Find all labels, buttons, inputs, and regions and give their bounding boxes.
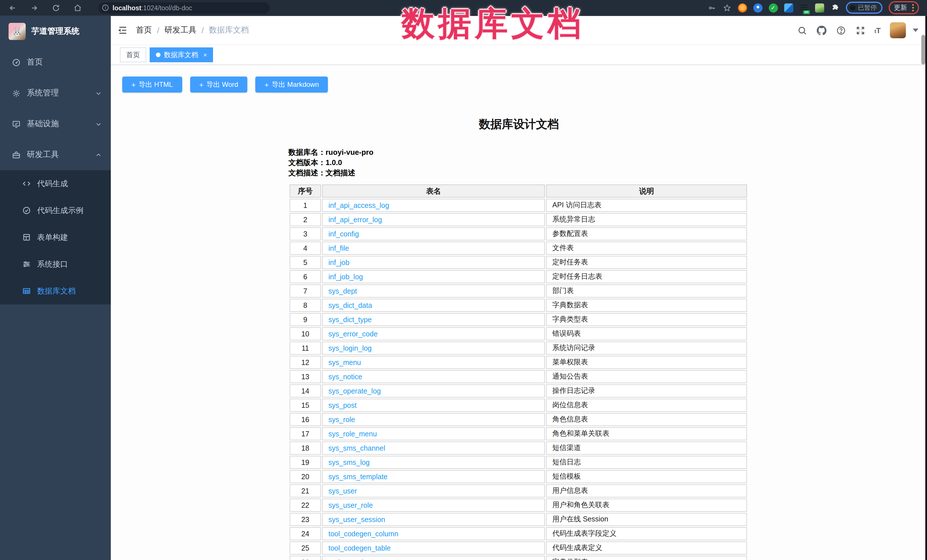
user-avatar[interactable] bbox=[890, 22, 906, 38]
table-name-link[interactable]: sys_user_session bbox=[328, 516, 385, 524]
extension-icon-switch[interactable]: on bbox=[799, 3, 808, 12]
sidebar-logo-row[interactable]: 🐰 芋道管理系统 bbox=[0, 16, 111, 47]
table-name-link[interactable]: sys_sms_channel bbox=[328, 444, 385, 452]
table-row: 9sys_dict_type字典类型表 bbox=[290, 313, 747, 326]
table-name-link[interactable]: sys_notice bbox=[328, 373, 362, 381]
table-name-link[interactable]: sys_error_code bbox=[328, 330, 378, 338]
browser-forward-icon[interactable] bbox=[30, 3, 39, 12]
bookmark-star-icon[interactable] bbox=[722, 3, 731, 12]
site-info-icon[interactable]: i bbox=[102, 5, 108, 11]
extensions-puzzle-icon[interactable] bbox=[830, 3, 839, 12]
table-name-link[interactable]: sys_role bbox=[328, 416, 355, 423]
export-word-button[interactable]: + 导出 Word bbox=[190, 76, 247, 93]
extension-icon-pin[interactable] bbox=[753, 3, 762, 12]
table-name-link[interactable]: inf_config bbox=[328, 230, 359, 238]
sidebar-item-label: 数据库文档 bbox=[37, 286, 76, 296]
document-title: 数据库设计文档 bbox=[111, 117, 927, 132]
font-size-icon[interactable]: tT bbox=[874, 26, 881, 35]
annotation-watermark: 数据库文档 bbox=[401, 2, 584, 46]
table-row: 3inf_config参数配置表 bbox=[290, 227, 747, 240]
row-index-cell: 19 bbox=[290, 456, 321, 469]
menu-fold-icon[interactable] bbox=[118, 25, 128, 35]
table-name-link[interactable]: sys_sms_log bbox=[328, 458, 370, 466]
extension-icon-check[interactable]: ✓ bbox=[769, 3, 778, 12]
chrome-toolbar-right: ✓ on 😃 已暂停 更新 bbox=[707, 1, 919, 14]
profile-paused-pill[interactable]: 😃 已暂停 bbox=[846, 2, 883, 14]
chrome-menu-icon[interactable] bbox=[912, 4, 914, 11]
table-name-link[interactable]: sys_dict_type bbox=[328, 316, 372, 323]
password-key-icon[interactable] bbox=[707, 3, 716, 12]
export-markdown-button[interactable]: + 导出 Markdown bbox=[255, 76, 328, 93]
avatar-caret-icon[interactable] bbox=[913, 29, 918, 32]
extension-icon-grid[interactable] bbox=[784, 3, 793, 12]
table-name-link[interactable]: inf_job_log bbox=[328, 273, 363, 281]
extension-icon-green[interactable] bbox=[815, 3, 824, 12]
fullscreen-icon[interactable] bbox=[855, 25, 865, 35]
table-name-link[interactable]: inf_job bbox=[328, 258, 350, 266]
row-desc-cell: 错误码表 bbox=[546, 327, 747, 340]
github-icon[interactable] bbox=[816, 25, 827, 35]
sidebar-item-label: 代码生成示例 bbox=[37, 205, 84, 216]
tab-home[interactable]: 首页 bbox=[120, 47, 146, 62]
browser-update-button[interactable]: 更新 bbox=[889, 1, 919, 14]
table-row: 12sys_menu菜单权限表 bbox=[290, 356, 747, 369]
export-word-label: 导出 Word bbox=[206, 80, 238, 90]
table-name-link[interactable]: tool_codegen_table bbox=[328, 544, 391, 552]
table-name-link[interactable]: inf_api_error_log bbox=[328, 216, 382, 224]
app-window: 🐰 芋道管理系统 首页 系统管理 bbox=[0, 16, 927, 560]
table-name-link[interactable]: sys_role_menu bbox=[328, 430, 377, 438]
tab-close-icon[interactable]: × bbox=[203, 52, 207, 58]
help-icon[interactable] bbox=[836, 25, 846, 35]
sidebar-item-devtools[interactable]: 研发工具 bbox=[0, 140, 111, 170]
sidebar-item-codegen-demo[interactable]: 代码生成示例 bbox=[0, 197, 111, 224]
table-row: 10sys_error_code错误码表 bbox=[290, 327, 747, 340]
export-html-button[interactable]: + 导出 HTML bbox=[122, 76, 182, 93]
table-name-link[interactable]: inf_file bbox=[328, 244, 349, 252]
table-name-link[interactable]: inf_api_access_log bbox=[328, 201, 389, 209]
breadcrumb-devtools[interactable]: 研发工具 bbox=[164, 25, 196, 35]
tab-db-doc[interactable]: 数据库文档 × bbox=[150, 47, 213, 62]
plus-icon: + bbox=[264, 80, 269, 89]
row-index-cell: 8 bbox=[290, 299, 321, 312]
browser-reload-icon[interactable] bbox=[52, 3, 61, 12]
table-name-link[interactable]: tool_codegen_column bbox=[328, 530, 398, 538]
table-name-link[interactable]: tool_test_demo bbox=[328, 558, 377, 560]
table-name-link[interactable]: sys_sms_template bbox=[328, 473, 388, 481]
table-name-link[interactable]: sys_user bbox=[328, 487, 357, 495]
sidebar-item-system[interactable]: 系统管理 bbox=[0, 78, 111, 109]
sidebar-item-form-builder[interactable]: 表单构建 bbox=[0, 224, 111, 251]
table-name-link[interactable]: sys_dept bbox=[328, 287, 357, 295]
row-index-cell: 26 bbox=[290, 556, 321, 560]
browser-home-icon[interactable] bbox=[73, 3, 82, 12]
extension-icon-orange[interactable] bbox=[738, 3, 747, 12]
row-index-cell: 20 bbox=[290, 470, 321, 483]
sidebar-item-home[interactable]: 首页 bbox=[0, 47, 111, 78]
row-desc-cell: 文件表 bbox=[546, 241, 747, 255]
search-icon[interactable] bbox=[797, 25, 807, 35]
export-html-label: 导出 HTML bbox=[138, 80, 173, 90]
table-name-link[interactable]: sys_menu bbox=[328, 358, 361, 366]
sidebar-item-codegen[interactable]: 代码生成 bbox=[0, 170, 111, 197]
table-name-link[interactable]: sys_operate_log bbox=[328, 387, 381, 395]
sidebar-item-infra[interactable]: 基础设施 bbox=[0, 109, 111, 140]
table-name-link[interactable]: sys_user_role bbox=[328, 501, 373, 509]
table-name-link[interactable]: sys_post bbox=[328, 401, 357, 409]
sidebar-item-system-api[interactable]: 系统接口 bbox=[0, 251, 111, 278]
row-desc-cell: 字典数据表 bbox=[546, 299, 747, 312]
table-name-link[interactable]: sys_login_log bbox=[328, 344, 372, 352]
table-row: 7sys_dept部门表 bbox=[290, 284, 747, 297]
sidebar: 🐰 芋道管理系统 首页 系统管理 bbox=[0, 16, 111, 560]
breadcrumb-home[interactable]: 首页 bbox=[136, 25, 152, 35]
row-desc-cell: 角色信息表 bbox=[546, 413, 747, 426]
table-name-link[interactable]: sys_dict_data bbox=[328, 301, 372, 309]
table-row: 14sys_operate_log操作日志记录 bbox=[290, 384, 747, 398]
meta-doc-desc: 文档描述：文档描述 bbox=[289, 168, 927, 178]
scrollbar-thumb[interactable] bbox=[921, 35, 925, 65]
row-desc-cell: 操作日志记录 bbox=[546, 384, 747, 398]
address-bar[interactable]: i localhost:1024/tool/db-doc bbox=[98, 2, 270, 14]
sidebar-item-db-doc[interactable]: 数据库文档 bbox=[0, 278, 111, 304]
browser-back-icon[interactable] bbox=[8, 3, 17, 12]
breadcrumb-current: 数据库文档 bbox=[209, 25, 249, 35]
row-desc-cell: 字典类型表 bbox=[546, 556, 747, 560]
url-path: :1024/tool/db-doc bbox=[141, 4, 192, 11]
